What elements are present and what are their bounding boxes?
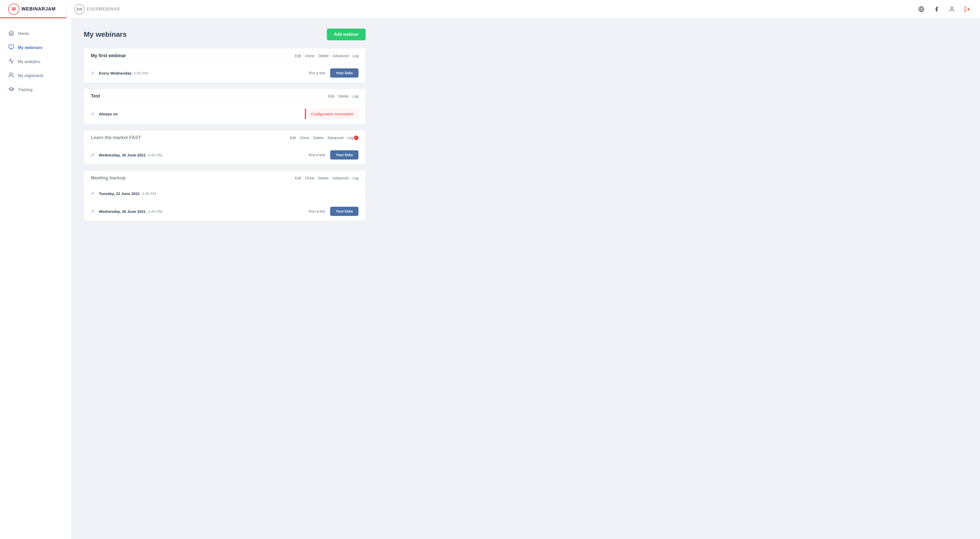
page-header: My webinars Add webinar (84, 29, 366, 40)
main-content: My webinars Add webinar My first webinar… (72, 18, 378, 539)
sidebar-item-training-label: Training (18, 87, 32, 92)
log-meeting-backup-button[interactable]: Log (353, 176, 358, 180)
webinar-schedule-test-0: Always on (99, 112, 118, 116)
webinar-card-meeting-backup: Meeting backup Edit • Clone • Delete • A… (84, 171, 366, 221)
advanced-first-webinar-button[interactable]: Advanced (333, 54, 348, 58)
webinar-actions-meeting-backup: Edit • Clone • Delete • Advanced • Log (295, 176, 358, 180)
header: W WEBINARJAM EW EVERWEBINAR (0, 0, 980, 18)
check-icon-meeting-backup-0: ✓ (91, 191, 95, 196)
delete-learn-market-button[interactable]: Delete (313, 136, 323, 140)
sidebar-item-my-registrants[interactable]: My registrants (0, 69, 71, 83)
everwebinar-logo[interactable]: EW EVERWEBINAR (66, 4, 120, 14)
sidebar-item-my-analytics-label: My analytics (18, 59, 40, 64)
sidebar-item-my-webinars[interactable]: My webinars (0, 41, 71, 55)
your-links-learn-market-button[interactable]: Your links (330, 150, 358, 160)
delete-test-button[interactable]: Delete (338, 94, 348, 98)
run-test-learn-market-button[interactable]: Run a test (309, 153, 325, 157)
edit-test-button[interactable]: Edit (328, 94, 334, 98)
training-icon (8, 86, 14, 93)
wj-logo-text: WEBINARJAM (21, 6, 56, 12)
webinar-schedule-meeting-backup-0: Tuesday, 22 June 2021, 4:45 PM (99, 192, 156, 196)
webinarjam-logo[interactable]: W WEBINARJAM (8, 3, 56, 15)
webinar-header-learn-market: Learn the market FAST Edit • Clone • Del… (84, 130, 366, 145)
config-incomplete-text-test: Configuration incomplete (311, 112, 353, 116)
webinar-card-first-webinar: My first webinar Edit • Clone • Delete •… (84, 49, 366, 83)
check-icon-meeting-backup-1: ✓ (91, 209, 95, 214)
webinar-card-learn-market: Learn the market FAST Edit • Clone • Del… (84, 130, 366, 165)
home-icon (8, 30, 14, 37)
ew-logo-text: EVERWEBINAR (87, 7, 120, 11)
log-learn-market-button[interactable]: Log (347, 136, 353, 140)
webinar-row-learn-market-0: ✓ Wednesday, 30 June 2021, 4:45 PM Run a… (84, 145, 366, 165)
webinar-header-test: Test Edit • Delete • Log (84, 89, 366, 104)
notification-badge-learn-market: ! (354, 136, 358, 140)
edit-meeting-backup-button[interactable]: Edit (295, 176, 301, 180)
webinar-title-first-webinar: My first webinar (91, 53, 126, 59)
your-links-meeting-backup-button[interactable]: Your links (330, 207, 358, 216)
config-incomplete-test: Configuration incomplete (305, 109, 358, 119)
sidebar-item-home[interactable]: Home (0, 27, 71, 41)
registrants-icon (8, 72, 14, 79)
webinar-title-learn-market: Learn the market FAST (91, 135, 141, 140)
webinar-row-meeting-backup-1: ✓ Wednesday, 30 June 2021, 4:45 PM Run a… (84, 201, 366, 221)
webinar-schedule-meeting-backup-1: Wednesday, 30 June 2021, 4:45 PM (99, 209, 162, 214)
edit-learn-market-button[interactable]: Edit (290, 136, 296, 140)
run-test-meeting-backup-button[interactable]: Run a test (309, 209, 325, 213)
check-icon-test-0: ✓ (91, 111, 95, 117)
delete-meeting-backup-button[interactable]: Delete (318, 176, 329, 180)
sidebar-item-my-webinars-label: My webinars (18, 46, 42, 50)
clone-meeting-backup-button[interactable]: Clone (305, 176, 315, 180)
webinar-actions-test: Edit • Delete • Log (328, 94, 358, 98)
delete-first-webinar-button[interactable]: Delete (318, 54, 329, 58)
run-test-first-webinar-button[interactable]: Run a test (309, 71, 325, 75)
clone-first-webinar-button[interactable]: Clone (305, 54, 315, 58)
webinar-actions-learn-market: Edit • Clone • Delete • Advanced • Log ! (290, 136, 358, 140)
svg-rect-4 (9, 45, 14, 48)
wj-logo-circle: W (8, 3, 19, 15)
facebook-icon[interactable] (932, 5, 941, 14)
globe-icon[interactable] (917, 5, 926, 14)
svg-point-7 (10, 73, 11, 75)
page-title: My webinars (84, 30, 127, 38)
sidebar-item-home-label: Home (18, 32, 29, 36)
check-icon-first-webinar-0: ✓ (91, 70, 95, 76)
analytics-icon (8, 58, 14, 65)
app-body: Home My webinars My analytics My registr… (0, 18, 980, 539)
log-first-webinar-button[interactable]: Log (353, 54, 358, 58)
webinar-actions-first-webinar: Edit • Clone • Delete • Advanced • Log (295, 54, 358, 58)
user-icon[interactable] (947, 5, 956, 14)
sidebar: Home My webinars My analytics My registr… (0, 18, 72, 539)
check-icon-learn-market-0: ✓ (91, 152, 95, 158)
header-underline (0, 17, 67, 18)
sidebar-item-training[interactable]: Training (0, 83, 71, 97)
clone-learn-market-button[interactable]: Clone (300, 136, 309, 140)
log-test-button[interactable]: Log (353, 94, 358, 98)
logout-icon[interactable] (963, 5, 972, 14)
webinar-row-first-webinar-0: ✓ Every Wednesday, 2:00 PM Run a test Yo… (84, 63, 366, 83)
edit-first-webinar-button[interactable]: Edit (295, 54, 301, 58)
webinar-header-first-webinar: My first webinar Edit • Clone • Delete •… (84, 49, 366, 63)
webinar-card-test: Test Edit • Delete • Log ✓ Always on (84, 89, 366, 124)
webinar-row-meeting-backup-0: ✓ Tuesday, 22 June 2021, 4:45 PM (84, 185, 366, 201)
webinar-header-meeting-backup: Meeting backup Edit • Clone • Delete • A… (84, 171, 366, 185)
webinar-title-meeting-backup: Meeting backup (91, 175, 126, 181)
webinar-row-test-0: ✓ Always on Configuration incomplete (84, 104, 366, 124)
sidebar-item-my-analytics[interactable]: My analytics (0, 55, 71, 69)
webinar-schedule-first-webinar-0: Every Wednesday, 2:00 PM (99, 71, 148, 75)
webinar-title-test: Test (91, 94, 100, 99)
my-webinars-icon (8, 44, 14, 51)
add-webinar-button[interactable]: Add webinar (327, 29, 366, 40)
advanced-learn-market-button[interactable]: Advanced (328, 136, 344, 140)
header-right (917, 5, 972, 14)
webinar-schedule-learn-market-0: Wednesday, 30 June 2021, 4:45 PM (99, 153, 162, 157)
advanced-meeting-backup-button[interactable]: Advanced (333, 176, 348, 180)
sidebar-item-my-registrants-label: My registrants (18, 73, 43, 78)
ew-logo-circle: EW (74, 4, 84, 14)
svg-point-2 (951, 7, 953, 9)
your-links-first-webinar-button[interactable]: Your links (330, 68, 358, 78)
